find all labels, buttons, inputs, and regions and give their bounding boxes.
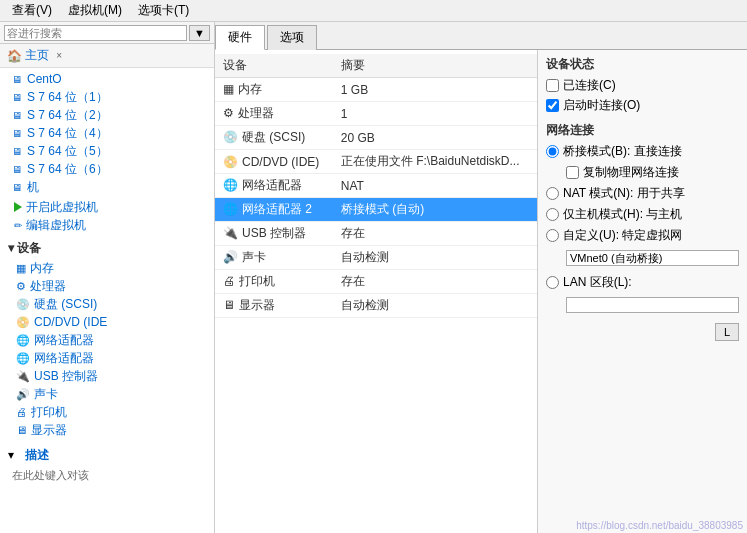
search-input[interactable] [4, 25, 187, 41]
copy-phy-label: 复制物理网络连接 [583, 164, 679, 181]
table-row[interactable]: 🌐网络适配器NAT [215, 174, 537, 198]
sidebar-device-dvd-label: CD/DVD (IDE [34, 315, 107, 329]
auto-connect-checkbox[interactable] [546, 99, 559, 112]
device-summary-cell: NAT [333, 174, 537, 198]
sidebar-device-mem[interactable]: ▦ 内存 [0, 259, 214, 277]
sidebar-device-mem-label: 内存 [30, 260, 54, 277]
breadcrumb-home[interactable]: 🏠 主页 [4, 47, 52, 64]
bridge-radio[interactable] [546, 145, 559, 158]
custom-radio[interactable] [546, 229, 559, 242]
vm-list-item-2[interactable]: 🖥 S 7 64 位（2） [0, 106, 214, 124]
device-name-cell: 🌐网络适配器 [215, 174, 333, 198]
device-summary-cell: 20 GB [333, 126, 537, 150]
sidebar-list: 🖥 CentO 🖥 S 7 64 位（1） 🖥 S 7 64 位（2） 🖥 S … [0, 68, 214, 533]
device-summary-cell: 正在使用文件 F:\BaiduNetdiskD... [333, 150, 537, 174]
device-name-cell: 📀CD/DVD (IDE) [215, 150, 333, 174]
nat-radio[interactable] [546, 187, 559, 200]
sidebar-device-cpu-label: 处理器 [30, 278, 66, 295]
sidebar-device-print[interactable]: 🖨 打印机 [0, 403, 214, 421]
host-only-radio[interactable] [546, 208, 559, 221]
desc-arrow: ▾ [8, 448, 14, 462]
vm-list-label-m: 机 [27, 179, 39, 196]
copy-phy-checkbox[interactable] [566, 166, 579, 179]
print-icon: 🖨 [16, 406, 27, 418]
sidebar-device-dvd[interactable]: 📀 CD/DVD (IDE [0, 313, 214, 331]
device-summary-cell: 自动检测 [333, 294, 537, 318]
sidebar-device-net1[interactable]: 🌐 网络适配器 [0, 331, 214, 349]
tab-hardware[interactable]: 硬件 [215, 25, 265, 50]
table-row[interactable]: 🔊声卡自动检测 [215, 246, 537, 270]
table-row[interactable]: ▦内存1 GB [215, 78, 537, 102]
row-icon: ⚙ [223, 106, 234, 120]
vm-list-icon-4: 🖥 [10, 126, 24, 140]
right-panel: 硬件 选项 设备 摘要 ▦内存1 GB⚙处理器1💿硬盘 (SCSI)20 GB📀… [215, 22, 747, 533]
tab-options[interactable]: 选项 [267, 25, 317, 50]
cpu-icon: ⚙ [16, 280, 26, 293]
sidebar-device-usb[interactable]: 🔌 USB 控制器 [0, 367, 214, 385]
table-row[interactable]: 🖥显示器自动检测 [215, 294, 537, 318]
auto-connect-row: 启动时连接(O) [546, 97, 739, 114]
mem-icon: ▦ [16, 262, 26, 275]
vmnet-input[interactable] [566, 250, 739, 266]
device-summary-cell: 存在 [333, 222, 537, 246]
dvd-icon: 📀 [16, 316, 30, 329]
vm-list-item-1[interactable]: 🖥 S 7 64 位（1） [0, 88, 214, 106]
edit-vm-action[interactable]: ✏ 编辑虚拟机 [14, 216, 210, 234]
device-name-cell: 🌐网络适配器 2 [215, 198, 333, 222]
desc-label: 描述 [17, 443, 53, 466]
row-icon: ▦ [223, 82, 234, 96]
desc-text: 在此处键入对该 [8, 466, 210, 485]
vm-list-item-6[interactable]: 🖥 S 7 64 位（6） [0, 160, 214, 178]
tab-bar: 硬件 选项 [215, 22, 747, 50]
vm-name: CentO [27, 72, 62, 86]
sidebar-device-sound[interactable]: 🔊 声卡 [0, 385, 214, 403]
device-name-cell: 🖥显示器 [215, 294, 333, 318]
breadcrumb-bar: 🏠 主页 × [0, 44, 214, 68]
table-row[interactable]: 📀CD/DVD (IDE)正在使用文件 F:\BaiduNetdiskD... [215, 150, 537, 174]
breadcrumb-close[interactable]: × [54, 50, 64, 61]
hdd-icon: 💿 [16, 298, 30, 311]
sidebar-device-net2[interactable]: 🌐 网络适配器 [0, 349, 214, 367]
menu-vm[interactable]: 虚拟机(M) [60, 0, 130, 21]
vm-list-item-4[interactable]: 🖥 S 7 64 位（4） [0, 124, 214, 142]
device-name-cell: ▦内存 [215, 78, 333, 102]
col-device: 设备 [215, 54, 333, 78]
vm-list-icon-2: 🖥 [10, 108, 24, 122]
search-button[interactable]: ▼ [189, 25, 210, 41]
start-vm-action[interactable]: 开启此虚拟机 [14, 198, 210, 216]
main-container: ▼ 🏠 主页 × 🖥 CentO 🖥 S 7 64 位（1） 🖥 S 7 64 … [0, 22, 747, 533]
sidebar-device-cpu[interactable]: ⚙ 处理器 [0, 277, 214, 295]
sidebar-device-disp[interactable]: 🖥 显示器 [0, 421, 214, 439]
table-row[interactable]: 🔌USB 控制器存在 [215, 222, 537, 246]
start-vm-label: 开启此虚拟机 [26, 199, 98, 216]
vm-list-item-m[interactable]: 🖥 机 [0, 178, 214, 196]
lan-input[interactable] [566, 297, 739, 313]
menu-tab[interactable]: 选项卡(T) [130, 0, 197, 21]
row-icon: 🌐 [223, 178, 238, 192]
net1-icon: 🌐 [16, 334, 30, 347]
vm-list-item-5[interactable]: 🖥 S 7 64 位（5） [0, 142, 214, 160]
lan-label-text: LAN 区段(L): [563, 274, 632, 291]
sidebar-device-hdd[interactable]: 💿 硬盘 (SCSI) [0, 295, 214, 313]
sidebar: ▼ 🏠 主页 × 🖥 CentO 🖥 S 7 64 位（1） 🖥 S 7 64 … [0, 22, 215, 533]
advanced-button[interactable]: L [715, 323, 739, 341]
menu-view[interactable]: 查看(V) [4, 0, 60, 21]
devices-section-arrow: ▾ [8, 241, 14, 255]
home-icon: 🏠 [7, 49, 22, 63]
vm-item-centos[interactable]: 🖥 CentO [0, 70, 214, 88]
table-row[interactable]: 🖨打印机存在 [215, 270, 537, 294]
device-name-cell: 💿硬盘 (SCSI) [215, 126, 333, 150]
row-icon: 🌐 [223, 202, 238, 216]
connected-checkbox[interactable] [546, 79, 559, 92]
lan-radio[interactable] [546, 276, 559, 289]
device-status-title: 设备状态 [546, 56, 739, 73]
table-row[interactable]: ⚙处理器1 [215, 102, 537, 126]
table-row[interactable]: 💿硬盘 (SCSI)20 GB [215, 126, 537, 150]
table-row[interactable]: 🌐网络适配器 2桥接模式 (自动) [215, 198, 537, 222]
device-summary-cell: 1 GB [333, 78, 537, 102]
device-name-cell: 🔊声卡 [215, 246, 333, 270]
vm-list-icon-6: 🖥 [10, 162, 24, 176]
sidebar-device-net2-label: 网络适配器 [34, 350, 94, 367]
copy-phy-row: 复制物理网络连接 [566, 164, 739, 181]
row-icon: 🖨 [223, 274, 235, 288]
